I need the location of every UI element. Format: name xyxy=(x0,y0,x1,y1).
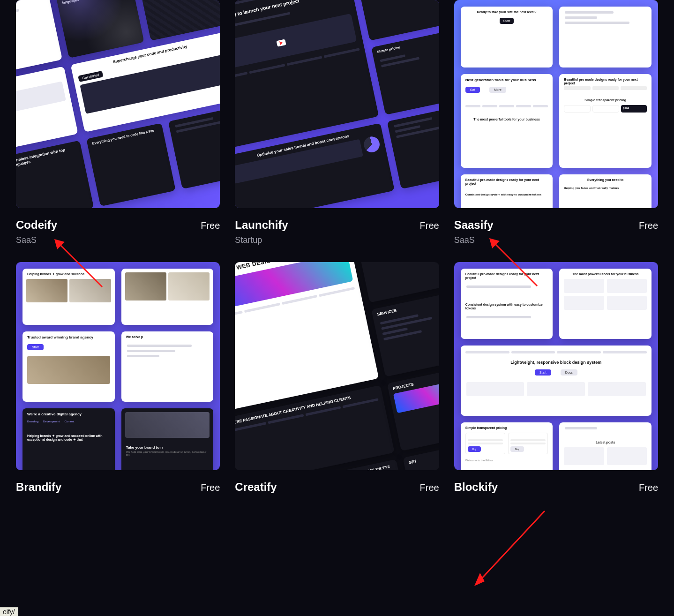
template-card-codeify[interactable]: Meet our leadership Designed to work fla… xyxy=(16,0,220,245)
template-price: Free xyxy=(201,220,220,231)
template-thumbnail: Ready to take your site the next level?S… xyxy=(454,0,658,208)
template-thumbnail: Beautiful pre-made designs ready for you… xyxy=(454,262,658,470)
template-price: Free xyxy=(420,482,439,493)
template-card-saasify[interactable]: Ready to take your site the next level?S… xyxy=(454,0,658,245)
template-category: Startup xyxy=(235,235,439,245)
template-meta: Brandify Free xyxy=(16,470,220,497)
status-tooltip-scrap: eify/ xyxy=(0,607,18,616)
template-thumbnail: Helping brands ✦ grow and succeed Truste… xyxy=(16,262,220,470)
template-thumbnail: Meet our leadership Designed to work fla… xyxy=(16,0,220,208)
template-meta: Codeify Free SaaS xyxy=(16,208,220,245)
template-price: Free xyxy=(420,220,439,231)
template-meta: Creatify Free xyxy=(235,470,439,497)
template-title: Saasify xyxy=(454,218,494,232)
template-title: Creatify xyxy=(235,481,277,494)
template-title: Brandify xyxy=(16,481,61,494)
template-meta: Launchify Free Startup xyxy=(235,208,439,245)
template-price: Free xyxy=(639,220,658,231)
template-title: Codeify xyxy=(16,218,57,232)
template-category: SaaS xyxy=(454,235,658,245)
template-thumbnail: CREATIVE ✦ WEB DESIGN ✦ STUDIO SERVICES … xyxy=(235,262,439,470)
template-card-creatify[interactable]: CREATIVE ✦ WEB DESIGN ✦ STUDIO SERVICES … xyxy=(235,262,439,497)
svg-line-4 xyxy=(479,511,545,581)
annotation-arrow-blockify xyxy=(470,506,549,586)
template-card-launchify[interactable]: The perfect way to launch your next proj… xyxy=(235,0,439,245)
template-price: Free xyxy=(639,482,658,493)
template-price: Free xyxy=(201,482,220,493)
template-thumbnail: The perfect way to launch your next proj… xyxy=(235,0,439,208)
template-grid: Meet our leadership Designed to work fla… xyxy=(0,0,674,497)
template-title: Blockify xyxy=(454,481,498,494)
template-meta: Saasify Free SaaS xyxy=(454,208,658,245)
template-card-brandify[interactable]: Helping brands ✦ grow and succeed Truste… xyxy=(16,262,220,497)
template-title: Launchify xyxy=(235,218,288,232)
template-meta: Blockify Free xyxy=(454,470,658,497)
template-category: SaaS xyxy=(16,235,220,245)
template-card-blockify[interactable]: Beautiful pre-made designs ready for you… xyxy=(454,262,658,497)
svg-marker-5 xyxy=(474,573,485,586)
